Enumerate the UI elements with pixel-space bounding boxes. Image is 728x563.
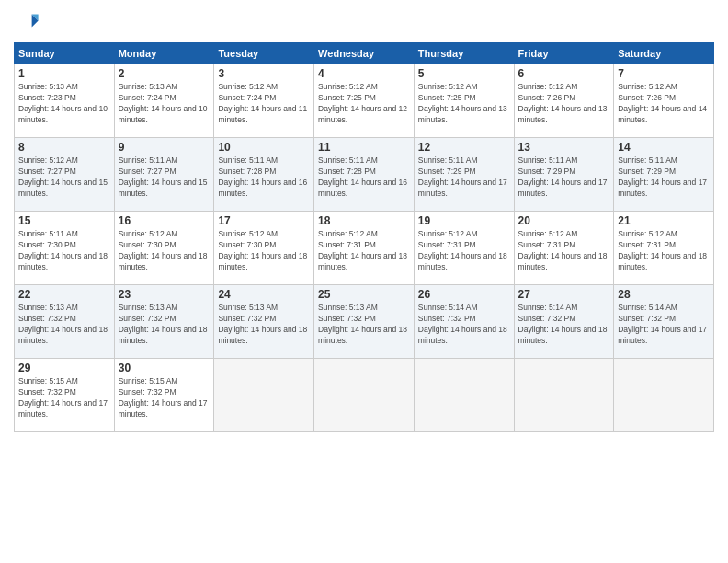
day-number: 10 xyxy=(218,141,310,154)
calendar-week-row: 15Sunrise: 5:11 AMSunset: 7:30 PMDayligh… xyxy=(15,212,714,285)
calendar-cell: 20Sunrise: 5:12 AMSunset: 7:31 PMDayligh… xyxy=(514,212,614,285)
day-number: 25 xyxy=(318,288,410,301)
day-info: Sunrise: 5:11 AMSunset: 7:28 PMDaylight:… xyxy=(318,155,410,200)
calendar-cell: 4Sunrise: 5:12 AMSunset: 7:25 PMDaylight… xyxy=(314,64,415,138)
day-number: 30 xyxy=(119,362,210,374)
day-number: 1 xyxy=(18,67,110,80)
calendar-cell: 7Sunrise: 5:12 AMSunset: 7:26 PMDaylight… xyxy=(614,64,714,138)
day-number: 19 xyxy=(418,214,510,227)
day-info: Sunrise: 5:12 AMSunset: 7:25 PMDaylight:… xyxy=(318,82,410,126)
calendar-cell: 29Sunrise: 5:15 AMSunset: 7:32 PMDayligh… xyxy=(15,359,115,432)
calendar-header-friday: Friday xyxy=(514,43,614,64)
day-number: 11 xyxy=(318,141,410,154)
calendar-week-row: 1Sunrise: 5:13 AMSunset: 7:23 PMDaylight… xyxy=(15,64,714,138)
day-number: 14 xyxy=(618,141,710,154)
calendar-cell: 24Sunrise: 5:13 AMSunset: 7:32 PMDayligh… xyxy=(214,285,314,359)
day-number: 7 xyxy=(618,67,710,80)
day-info: Sunrise: 5:12 AMSunset: 7:26 PMDaylight:… xyxy=(618,82,710,126)
day-number: 16 xyxy=(119,214,210,227)
day-number: 3 xyxy=(218,67,310,80)
calendar-cell xyxy=(214,359,314,432)
day-info: Sunrise: 5:15 AMSunset: 7:32 PMDaylight:… xyxy=(18,376,110,420)
day-number: 24 xyxy=(218,288,310,301)
day-info: Sunrise: 5:12 AMSunset: 7:25 PMDaylight:… xyxy=(418,82,510,126)
day-info: Sunrise: 5:12 AMSunset: 7:31 PMDaylight:… xyxy=(418,229,510,273)
calendar: SundayMondayTuesdayWednesdayThursdayFrid… xyxy=(14,42,714,432)
calendar-cell: 25Sunrise: 5:13 AMSunset: 7:32 PMDayligh… xyxy=(314,285,415,359)
day-number: 4 xyxy=(318,67,410,80)
day-info: Sunrise: 5:14 AMSunset: 7:32 PMDaylight:… xyxy=(618,303,710,347)
day-info: Sunrise: 5:12 AMSunset: 7:31 PMDaylight:… xyxy=(318,229,410,273)
calendar-header-sunday: Sunday xyxy=(15,43,115,64)
calendar-cell: 11Sunrise: 5:11 AMSunset: 7:28 PMDayligh… xyxy=(314,138,415,212)
day-number: 8 xyxy=(18,141,110,154)
calendar-header-row: SundayMondayTuesdayWednesdayThursdayFrid… xyxy=(15,43,714,64)
day-number: 13 xyxy=(518,141,610,154)
calendar-week-row: 29Sunrise: 5:15 AMSunset: 7:32 PMDayligh… xyxy=(15,359,714,432)
calendar-cell: 12Sunrise: 5:11 AMSunset: 7:29 PMDayligh… xyxy=(414,138,514,212)
day-info: Sunrise: 5:13 AMSunset: 7:32 PMDaylight:… xyxy=(318,303,410,347)
day-info: Sunrise: 5:11 AMSunset: 7:29 PMDaylight:… xyxy=(418,155,510,200)
day-info: Sunrise: 5:11 AMSunset: 7:27 PMDaylight:… xyxy=(119,155,210,200)
header xyxy=(14,9,714,35)
day-number: 12 xyxy=(418,141,510,154)
calendar-cell: 28Sunrise: 5:14 AMSunset: 7:32 PMDayligh… xyxy=(614,285,714,359)
day-number: 27 xyxy=(518,288,610,301)
day-number: 5 xyxy=(418,67,510,80)
day-number: 2 xyxy=(119,67,210,80)
day-number: 9 xyxy=(119,141,210,154)
calendar-header-saturday: Saturday xyxy=(614,43,714,64)
calendar-cell: 23Sunrise: 5:13 AMSunset: 7:32 PMDayligh… xyxy=(114,285,214,359)
calendar-cell: 6Sunrise: 5:12 AMSunset: 7:26 PMDaylight… xyxy=(514,64,614,138)
day-info: Sunrise: 5:11 AMSunset: 7:28 PMDaylight:… xyxy=(218,155,310,200)
day-info: Sunrise: 5:11 AMSunset: 7:30 PMDaylight:… xyxy=(18,229,110,273)
calendar-cell: 19Sunrise: 5:12 AMSunset: 7:31 PMDayligh… xyxy=(414,212,514,285)
day-number: 20 xyxy=(518,214,610,227)
calendar-cell: 9Sunrise: 5:11 AMSunset: 7:27 PMDaylight… xyxy=(114,138,214,212)
day-info: Sunrise: 5:15 AMSunset: 7:32 PMDaylight:… xyxy=(119,376,210,420)
calendar-cell: 30Sunrise: 5:15 AMSunset: 7:32 PMDayligh… xyxy=(114,359,214,432)
day-number: 22 xyxy=(18,288,110,301)
day-info: Sunrise: 5:11 AMSunset: 7:29 PMDaylight:… xyxy=(618,155,710,200)
calendar-cell: 17Sunrise: 5:12 AMSunset: 7:30 PMDayligh… xyxy=(214,212,314,285)
calendar-cell: 27Sunrise: 5:14 AMSunset: 7:32 PMDayligh… xyxy=(514,285,614,359)
calendar-cell: 8Sunrise: 5:12 AMSunset: 7:27 PMDaylight… xyxy=(15,138,115,212)
logo xyxy=(14,9,43,35)
calendar-week-row: 22Sunrise: 5:13 AMSunset: 7:32 PMDayligh… xyxy=(15,285,714,359)
day-number: 6 xyxy=(518,67,610,80)
day-number: 29 xyxy=(18,362,110,374)
day-info: Sunrise: 5:12 AMSunset: 7:30 PMDaylight:… xyxy=(218,229,310,273)
calendar-cell xyxy=(514,359,614,432)
calendar-cell: 1Sunrise: 5:13 AMSunset: 7:23 PMDaylight… xyxy=(15,64,115,138)
day-number: 18 xyxy=(318,214,410,227)
day-info: Sunrise: 5:12 AMSunset: 7:26 PMDaylight:… xyxy=(518,82,610,126)
page: SundayMondayTuesdayWednesdayThursdayFrid… xyxy=(0,0,728,563)
day-info: Sunrise: 5:12 AMSunset: 7:31 PMDaylight:… xyxy=(618,229,710,273)
calendar-cell: 22Sunrise: 5:13 AMSunset: 7:32 PMDayligh… xyxy=(15,285,115,359)
day-number: 28 xyxy=(618,288,710,301)
calendar-header-monday: Monday xyxy=(114,43,214,64)
calendar-cell: 2Sunrise: 5:13 AMSunset: 7:24 PMDaylight… xyxy=(114,64,214,138)
day-info: Sunrise: 5:13 AMSunset: 7:32 PMDaylight:… xyxy=(18,303,110,347)
day-number: 17 xyxy=(218,214,310,227)
day-info: Sunrise: 5:12 AMSunset: 7:31 PMDaylight:… xyxy=(518,229,610,273)
day-number: 15 xyxy=(18,214,110,227)
calendar-header-tuesday: Tuesday xyxy=(214,43,314,64)
calendar-header-wednesday: Wednesday xyxy=(314,43,415,64)
calendar-cell: 21Sunrise: 5:12 AMSunset: 7:31 PMDayligh… xyxy=(614,212,714,285)
calendar-cell: 26Sunrise: 5:14 AMSunset: 7:32 PMDayligh… xyxy=(414,285,514,359)
calendar-cell xyxy=(614,359,714,432)
calendar-cell: 3Sunrise: 5:12 AMSunset: 7:24 PMDaylight… xyxy=(214,64,314,138)
day-info: Sunrise: 5:12 AMSunset: 7:27 PMDaylight:… xyxy=(18,155,110,200)
day-info: Sunrise: 5:13 AMSunset: 7:32 PMDaylight:… xyxy=(218,303,310,347)
calendar-cell: 14Sunrise: 5:11 AMSunset: 7:29 PMDayligh… xyxy=(614,138,714,212)
calendar-cell: 5Sunrise: 5:12 AMSunset: 7:25 PMDaylight… xyxy=(414,64,514,138)
day-info: Sunrise: 5:11 AMSunset: 7:29 PMDaylight:… xyxy=(518,155,610,200)
logo-icon xyxy=(14,9,40,35)
day-info: Sunrise: 5:13 AMSunset: 7:32 PMDaylight:… xyxy=(119,303,210,347)
calendar-cell: 13Sunrise: 5:11 AMSunset: 7:29 PMDayligh… xyxy=(514,138,614,212)
calendar-cell: 10Sunrise: 5:11 AMSunset: 7:28 PMDayligh… xyxy=(214,138,314,212)
calendar-cell xyxy=(314,359,415,432)
day-info: Sunrise: 5:12 AMSunset: 7:30 PMDaylight:… xyxy=(119,229,210,273)
day-number: 26 xyxy=(418,288,510,301)
